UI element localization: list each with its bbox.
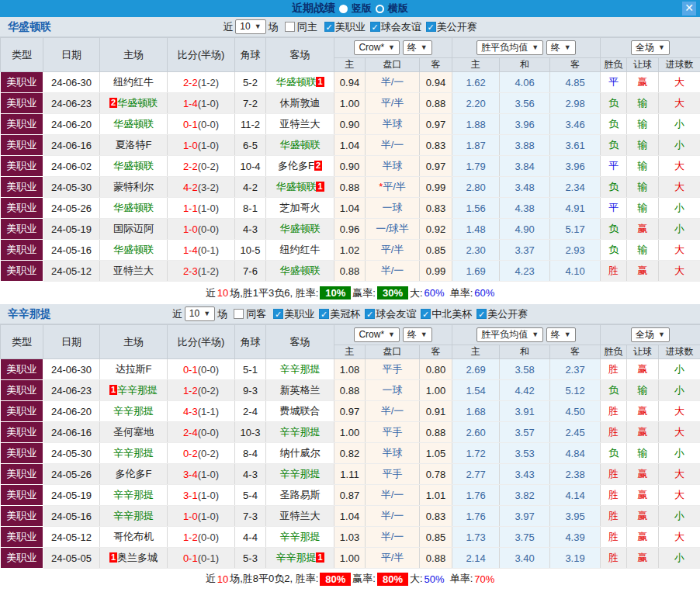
half-time-score: (1-0) xyxy=(198,469,219,480)
handicap-result-cell: 赢 xyxy=(627,401,659,422)
handicap-cell: 平手 xyxy=(366,464,420,485)
league-checkbox[interactable]: ✓ xyxy=(426,22,436,32)
avg-win-cell: 1.68 xyxy=(452,401,500,422)
goals-result-cell: 小 xyxy=(659,548,700,569)
league-checkbox[interactable]: ✓ xyxy=(365,309,375,319)
league-label[interactable]: 美冠杯 xyxy=(330,307,360,321)
col-header: 角球 xyxy=(235,325,266,359)
avg-win-cell: 1.72 xyxy=(452,443,500,464)
col-header: 让球 xyxy=(627,345,659,359)
same-venue-checkbox[interactable] xyxy=(234,309,244,319)
avg-win-cell: 1.69 xyxy=(452,261,500,282)
goals-result-cell: 大 xyxy=(659,422,700,443)
league-label[interactable]: 美职业 xyxy=(284,307,314,321)
corners-cell: 5-4 xyxy=(235,485,266,506)
final-avg-select[interactable]: 终▼ xyxy=(546,40,576,55)
date-cell: 24-05-19 xyxy=(43,485,100,506)
avg-win-cell: 1.56 xyxy=(452,198,500,219)
bookmaker-select[interactable]: Crow*▼ xyxy=(354,40,400,55)
league-checkbox[interactable]: ✓ xyxy=(421,309,431,319)
avg-draw-cell: 3.88 xyxy=(500,135,550,156)
avg-lose-cell: 4.50 xyxy=(550,401,601,422)
away-team-cell: 纽约红牛 xyxy=(266,240,334,261)
result-cell: 胜 xyxy=(601,527,627,548)
vertical-layout-radio[interactable] xyxy=(339,5,348,13)
avg-draw-cell: 3.97 xyxy=(500,506,550,527)
team-name-home: 辛辛那提 xyxy=(117,384,158,396)
avg-draw-cell: 3.56 xyxy=(500,93,550,114)
avg-lose-cell: 2.93 xyxy=(550,240,601,261)
result-cell: 胜 xyxy=(601,261,627,282)
league-checkbox[interactable]: ✓ xyxy=(319,309,329,319)
away-odds-cell: 0.94 xyxy=(420,72,452,93)
scope-select[interactable]: 全场▼ xyxy=(631,327,670,342)
away-team-cell: 亚特兰大 xyxy=(266,506,334,527)
big-rate-value: 50% xyxy=(425,573,445,585)
result-cell: 负 xyxy=(601,219,627,240)
league-label[interactable]: 中北美杯 xyxy=(431,307,472,321)
league-checkbox[interactable]: ✓ xyxy=(273,309,283,319)
final-odds-select[interactable]: 终▼ xyxy=(403,327,432,342)
league-cell: 美职业 xyxy=(1,506,43,527)
avg-select[interactable]: 胜平负均值▼ xyxy=(476,327,543,342)
corners-cell: 8-4 xyxy=(235,443,266,464)
league-label[interactable]: 美职业 xyxy=(335,20,366,34)
vertical-layout-label[interactable]: 竖版 xyxy=(352,2,372,16)
handicap-cell: 半/一 xyxy=(366,485,420,506)
avg-draw-cell: 4.42 xyxy=(500,380,550,401)
avg-win-cell: 2.60 xyxy=(452,422,500,443)
close-icon[interactable]: ✕ xyxy=(682,2,696,16)
full-time-score: 0-1 xyxy=(183,552,198,564)
same-venue-label[interactable]: 同客 xyxy=(246,307,266,321)
summary-count: 10 xyxy=(217,287,228,299)
league-cell: 美职业 xyxy=(1,219,43,240)
league-checkbox[interactable]: ✓ xyxy=(370,22,380,32)
date-cell: 24-06-23 xyxy=(43,93,100,114)
final-odds-select[interactable]: 终▼ xyxy=(403,40,432,55)
league-label[interactable]: 美公开赛 xyxy=(487,307,528,321)
team-badge: 1 xyxy=(109,552,117,563)
score-cell: 3-1(1-0) xyxy=(168,485,235,506)
goals-result-cell: 小 xyxy=(659,135,700,156)
half-time-score: (1-0) xyxy=(198,511,219,522)
handicap-result-cell: 输 xyxy=(627,114,659,135)
summary-text: 近 xyxy=(206,286,216,300)
avg-draw-cell: 3.40 xyxy=(500,548,550,569)
avg-win-cell: 1.76 xyxy=(452,485,500,506)
scope-select[interactable]: 全场▼ xyxy=(631,40,670,55)
avg-draw-cell: 3.75 xyxy=(500,527,550,548)
same-venue-label[interactable]: 同主 xyxy=(297,20,317,34)
col-header: 让球 xyxy=(627,58,659,72)
team-name-away: 芝加哥火 xyxy=(280,202,321,213)
away-odds-cell: 0.83 xyxy=(420,506,452,527)
home-team-cell: 圣何塞地 xyxy=(100,422,168,443)
final-avg-select[interactable]: 终▼ xyxy=(546,327,576,342)
same-venue-checkbox[interactable] xyxy=(285,22,295,32)
near-count-select[interactable]: 10▼ xyxy=(235,19,265,34)
league-label[interactable]: 美公开赛 xyxy=(437,20,477,34)
league-checkbox[interactable]: ✓ xyxy=(476,309,487,319)
profit-rate-badge: 80% xyxy=(377,573,408,586)
horizontal-layout-label[interactable]: 横版 xyxy=(388,2,408,16)
col-header: 比分(半场) xyxy=(168,325,235,359)
handicap-result-cell: 赢 xyxy=(627,422,659,443)
corners-cell: 7-3 xyxy=(235,506,266,527)
league-cell: 美职业 xyxy=(1,485,43,506)
near-count-select[interactable]: 10▼ xyxy=(185,306,215,321)
avg-lose-cell: 3.46 xyxy=(550,114,601,135)
goals-result-cell: 大 xyxy=(659,72,700,93)
half-time-score: (0-1) xyxy=(198,244,219,256)
goals-result-cell: 大 xyxy=(659,93,700,114)
full-time-score: 1-0 xyxy=(183,511,198,522)
team-name-away: 华盛顿联 xyxy=(280,265,321,276)
league-label[interactable]: 球会友谊 xyxy=(381,20,421,34)
horizontal-layout-radio[interactable] xyxy=(376,5,384,13)
team-header-row: 华盛顿联 近 10▼ 场 同主 ✓美职业✓球会友谊✓美公开赛 xyxy=(0,17,700,37)
avg-select[interactable]: 胜平负均值▼ xyxy=(476,40,543,55)
date-cell: 24-06-16 xyxy=(43,135,100,156)
full-time-score: 1-2 xyxy=(183,385,198,396)
league-checkbox[interactable]: ✓ xyxy=(324,22,334,32)
league-label[interactable]: 球会友谊 xyxy=(376,307,416,321)
team-name-home: 华盛顿联 xyxy=(113,244,154,255)
bookmaker-select[interactable]: Crow*▼ xyxy=(354,327,400,342)
